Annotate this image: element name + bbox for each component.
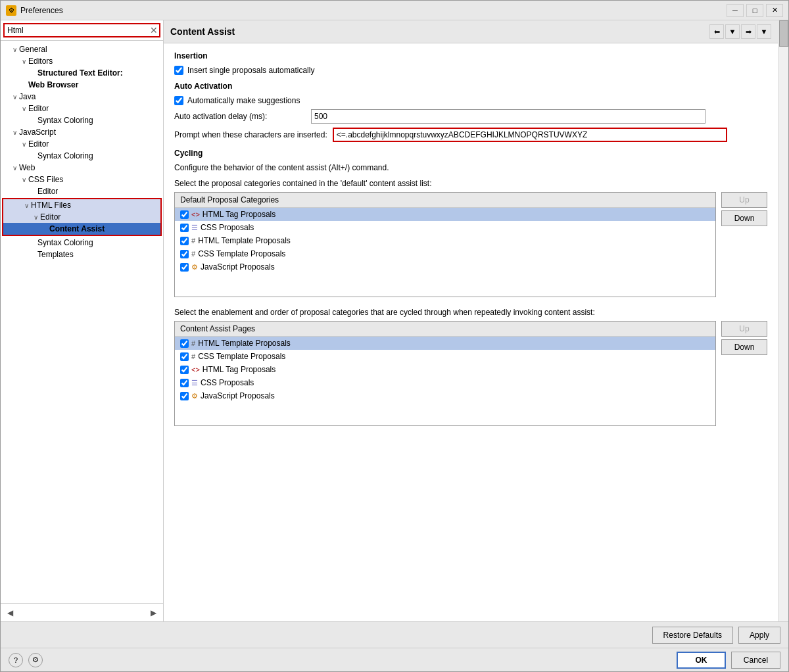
sidebar-item-web-browser[interactable]: Web Browser — [1, 79, 163, 91]
sidebar-item-js-syntax[interactable]: Syntax Coloring — [1, 150, 163, 162]
cap-html-tag-checkbox[interactable] — [180, 366, 189, 374]
delay-input[interactable] — [311, 109, 705, 124]
bottom-bar: Restore Defaults Apply — [1, 621, 788, 648]
sidebar-item-label-content-assist: Content Assist — [49, 224, 158, 233]
tree-toggle-java: ∨ — [10, 93, 19, 101]
scrollbar-thumb[interactable] — [779, 20, 788, 47]
sidebar-item-js-editor[interactable]: ∨ Editor — [1, 138, 163, 150]
prompt-input[interactable] — [333, 128, 727, 142]
search-clear-icon[interactable]: ✕ — [150, 25, 158, 36]
search-bar: ✕ — [1, 20, 163, 41]
tree-toggle-empty1 — [28, 70, 37, 77]
cap-html-tag[interactable]: <> HTML Tag Proposals — [175, 363, 715, 376]
preferences-window: ⚙ Preferences ─ □ ✕ ✕ ∨ General — [0, 0, 789, 672]
search-input[interactable] — [3, 23, 160, 37]
sidebar-item-label-html-editor: Editor — [40, 212, 158, 222]
auto-suggestions-checkbox[interactable] — [174, 96, 183, 105]
proposal-html-tag-checkbox[interactable] — [180, 210, 189, 219]
proposal-css-template[interactable]: # CSS Template Proposals — [175, 247, 715, 260]
cap-css-template[interactable]: # CSS Template Proposals — [175, 350, 715, 363]
proposal-html-template-checkbox[interactable] — [180, 237, 189, 245]
proposal-js[interactable]: ⚙ JavaScript Proposals — [175, 260, 715, 274]
sidebar-item-label-structured: Structured Text Editor: — [37, 68, 160, 78]
default-proposals-title: Select the proposal categories contained… — [174, 179, 767, 188]
sidebar-item-java[interactable]: ∨ Java — [1, 91, 163, 103]
default-down-button[interactable]: Down — [721, 210, 767, 226]
sidebar-item-java-editor[interactable]: ∨ Editor — [1, 103, 163, 114]
restore-defaults-button[interactable]: Restore Defaults — [652, 627, 733, 644]
cycling-desc: Configure the behavior of the content as… — [174, 163, 767, 172]
sidebar-item-editors[interactable]: ∨ Editors — [1, 55, 163, 67]
sidebar-item-structured-text[interactable]: Structured Text Editor: — [1, 67, 163, 79]
proposal-js-checkbox[interactable] — [180, 263, 189, 272]
tree-toggle-html-files: ∨ — [22, 202, 31, 209]
sidebar-item-general[interactable]: ∨ General — [1, 43, 163, 55]
nav-arrows: ⬅ ▼ ➡ ▼ — [709, 24, 771, 39]
cap-html-template[interactable]: # HTML Template Proposals — [175, 337, 715, 350]
sidebar-item-label-editors: Editors — [28, 57, 160, 66]
sidebar-item-content-assist[interactable]: Content Assist — [3, 223, 160, 235]
sidebar-item-label-java-syntax: Syntax Coloring — [37, 116, 160, 125]
content-assist-pages-header: Content Assist Pages — [175, 322, 715, 337]
sidebar-item-templates[interactable]: Templates — [1, 249, 163, 260]
default-up-button[interactable]: Up — [721, 192, 767, 208]
nav-dropdown-button[interactable]: ▼ — [725, 24, 740, 39]
insert-single-checkbox[interactable] — [174, 66, 183, 75]
default-proposals-buttons: Up Down — [721, 192, 767, 297]
prompt-label: Prompt when these characters are inserte… — [174, 130, 327, 139]
scroll-right-icon[interactable]: ▶ — [147, 607, 160, 619]
scroll-left-icon[interactable]: ◀ — [3, 607, 17, 619]
cancel-button[interactable]: Cancel — [731, 652, 780, 669]
prompt-row: Prompt when these characters are inserte… — [174, 128, 767, 142]
sidebar-item-css-files[interactable]: ∨ CSS Files — [1, 174, 163, 185]
cap-html-tag-icon: <> — [191, 366, 200, 373]
nav-forward-button[interactable]: ➡ — [741, 24, 755, 39]
sidebar-item-html-files[interactable]: ∨ HTML Files — [3, 199, 160, 211]
very-bottom: ? ⚙ OK Cancel — [1, 648, 788, 671]
cap-up-button[interactable]: Up — [721, 321, 767, 337]
cap-css-template-checkbox[interactable] — [180, 352, 189, 361]
sidebar-item-java-syntax[interactable]: Syntax Coloring — [1, 114, 163, 126]
maximize-button[interactable]: □ — [746, 4, 763, 17]
sidebar-item-html-editor[interactable]: ∨ Editor — [3, 211, 160, 223]
cap-html-template-checkbox[interactable] — [180, 339, 189, 348]
sidebar-item-label-css-editor: Editor — [37, 187, 160, 196]
proposal-css[interactable]: ☰ CSS Proposals — [175, 221, 715, 234]
proposal-css-template-label: CSS Template Proposals — [198, 249, 285, 258]
cap-css-checkbox[interactable] — [180, 379, 189, 387]
sidebar-item-css-editor[interactable]: Editor — [1, 185, 163, 197]
sidebar-item-javascript[interactable]: ∨ JavaScript — [1, 126, 163, 138]
nav-back-button[interactable]: ⬅ — [709, 24, 724, 39]
sidebar-item-label-javascript: JavaScript — [19, 128, 160, 137]
sidebar-item-html-syntax[interactable]: Syntax Coloring — [1, 237, 163, 249]
proposal-html-tag[interactable]: <> HTML Tag Proposals — [175, 208, 715, 221]
tree-toggle-empty2 — [19, 82, 28, 89]
scrollbar[interactable] — [778, 20, 788, 621]
nav-forward-dropdown-button[interactable]: ▼ — [757, 24, 771, 39]
proposal-html-template[interactable]: # HTML Template Proposals — [175, 234, 715, 247]
proposal-css-template-checkbox[interactable] — [180, 250, 189, 258]
main-content: ✕ ∨ General ∨ Editors Structured Text Ed… — [1, 20, 788, 621]
right-panel: Content Assist ⬅ ▼ ➡ ▼ Insertion Insert … — [164, 20, 778, 621]
cap-down-button[interactable]: Down — [721, 339, 767, 355]
proposal-css-checkbox[interactable] — [180, 224, 189, 232]
apply-button[interactable]: Apply — [738, 627, 780, 644]
cap-js-checkbox[interactable] — [180, 392, 189, 400]
proposal-css-label: CSS Proposals — [201, 223, 254, 232]
sidebar-item-web[interactable]: ∨ Web — [1, 162, 163, 174]
settings-icon[interactable]: ⚙ — [28, 653, 43, 667]
titlebar-controls[interactable]: ─ □ ✕ — [727, 4, 783, 17]
insert-single-row: Insert single proposals automatically — [174, 66, 767, 75]
tree-toggle-empty7 — [28, 239, 37, 247]
help-icon[interactable]: ? — [9, 653, 23, 667]
tree-toggle-empty8 — [28, 251, 37, 258]
sidebar-item-label-java: Java — [19, 92, 160, 101]
minimize-button[interactable]: ─ — [727, 4, 744, 17]
ok-button[interactable]: OK — [677, 652, 726, 669]
cap-css[interactable]: ☰ CSS Proposals — [175, 376, 715, 389]
cap-js-icon: ⚙ — [191, 392, 198, 400]
tree-toggle-empty6 — [40, 226, 49, 233]
proposal-html-tag-icon: <> — [191, 210, 200, 218]
cap-js[interactable]: ⚙ JavaScript Proposals — [175, 389, 715, 402]
close-button[interactable]: ✕ — [766, 4, 783, 17]
